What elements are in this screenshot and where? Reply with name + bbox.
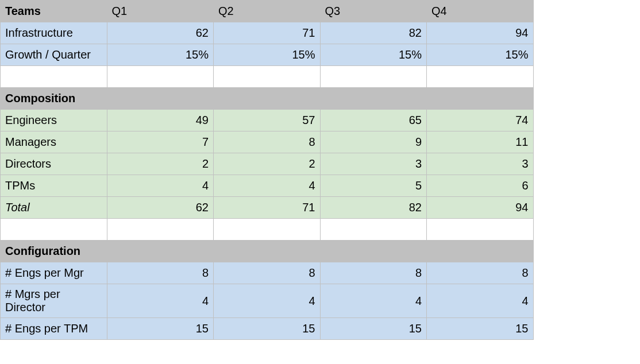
cell-q4[interactable]: 94 [427,22,534,44]
row-managers: Managers 7 8 9 11 [1,131,640,153]
cell-q4[interactable]: 94 [427,197,534,219]
cell-q1[interactable]: 2 [107,153,214,175]
cell-q1[interactable]: 4 [107,175,214,197]
cell-q4[interactable]: 3 [427,153,534,175]
cell-q2[interactable]: 15 [214,318,321,340]
cell-q1[interactable]: 62 [107,22,214,44]
cell-label[interactable]: Directors [1,153,107,175]
cell-q2[interactable]: 4 [214,175,321,197]
cell-q3[interactable]: 65 [320,110,427,131]
row-engs-per-mgr: # Engs per Mgr 8 8 8 8 [1,262,640,284]
cell-q1[interactable]: 4 [107,284,214,318]
cell-q3[interactable]: 15 [320,318,427,340]
cell-label[interactable]: # Engs per Mgr [1,262,107,284]
cell-q3[interactable]: 3 [320,153,427,175]
cell-q4[interactable]: 6 [427,175,534,197]
header-q4[interactable]: Q4 [427,1,534,22]
cell-q3[interactable]: 15% [320,44,427,66]
cell-q1[interactable]: 15 [107,318,214,340]
cell-q2[interactable]: 71 [214,197,321,219]
row-tpms: TPMs 4 4 5 6 [1,175,640,197]
cell-label[interactable]: Growth / Quarter [1,44,107,66]
cell-q3[interactable]: 4 [320,284,427,318]
cell-q1[interactable]: 8 [107,262,214,284]
cell-label[interactable]: Engineers [1,110,107,131]
cell-q3[interactable]: 82 [320,197,427,219]
cell-q1[interactable]: 49 [107,110,214,131]
cell-q4[interactable]: 74 [427,110,534,131]
cell-q4[interactable]: 8 [427,262,534,284]
spreadsheet-table: Teams Q1 Q2 Q3 Q4 Infrastructure 62 71 8… [0,0,640,340]
section-header-teams: Teams Q1 Q2 Q3 Q4 [1,1,640,22]
cell-q4[interactable]: 15% [427,44,534,66]
cell-q1[interactable]: 7 [107,131,214,153]
cell-q4[interactable]: 11 [427,131,534,153]
cell-q2[interactable]: 4 [214,284,321,318]
cell-label[interactable]: # Mgrs per Director [1,284,107,318]
header-q1[interactable]: Q1 [107,1,214,22]
cell-q3[interactable]: 9 [320,131,427,153]
cell-label[interactable]: # Engs per TPM [1,318,107,340]
cell-q3[interactable]: 5 [320,175,427,197]
row-directors: Directors 2 2 3 3 [1,153,640,175]
header-configuration-label[interactable]: Configuration [1,241,107,262]
row-engineers: Engineers 49 57 65 74 [1,110,640,131]
blank-row [1,219,640,241]
cell-q3[interactable]: 8 [320,262,427,284]
cell-q4[interactable]: 4 [427,284,534,318]
header-composition-label[interactable]: Composition [1,88,107,110]
header-q2[interactable]: Q2 [214,1,321,22]
cell-q4[interactable]: 15 [427,318,534,340]
blank-row [1,66,640,88]
cell-q3[interactable]: 82 [320,22,427,44]
section-header-composition: Composition [1,88,640,110]
row-total: Total 62 71 82 94 [1,197,640,219]
row-growth: Growth / Quarter 15% 15% 15% 15% [1,44,640,66]
section-header-configuration: Configuration [1,241,640,262]
header-q3[interactable]: Q3 [320,1,427,22]
cell-q2[interactable]: 8 [214,131,321,153]
cell-label[interactable]: Infrastructure [1,22,107,44]
cell-q1[interactable]: 62 [107,197,214,219]
row-infrastructure: Infrastructure 62 71 82 94 [1,22,640,44]
cell-q2[interactable]: 71 [214,22,321,44]
cell-label[interactable]: Total [1,197,107,219]
cell-label[interactable]: TPMs [1,175,107,197]
cell-q1[interactable]: 15% [107,44,214,66]
header-teams-label[interactable]: Teams [1,1,107,22]
row-engs-per-tpm: # Engs per TPM 15 15 15 15 [1,318,640,340]
cell-label[interactable]: Managers [1,131,107,153]
row-mgrs-per-director: # Mgrs per Director 4 4 4 4 [1,284,640,318]
cell-q2[interactable]: 15% [214,44,321,66]
cell-q2[interactable]: 8 [214,262,321,284]
cell-q2[interactable]: 57 [214,110,321,131]
cell-q2[interactable]: 2 [214,153,321,175]
